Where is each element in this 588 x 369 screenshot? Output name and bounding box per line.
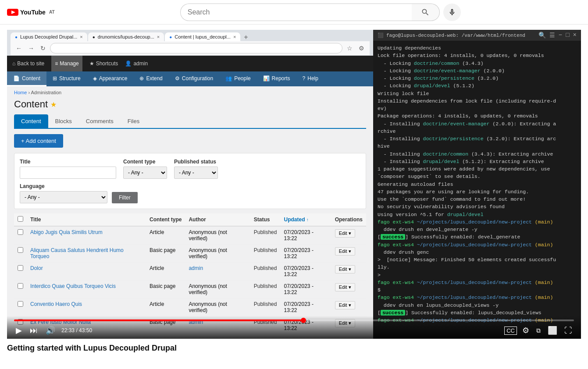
- row-content-type-cell: Basic page: [146, 280, 185, 298]
- miniplayer-button[interactable]: ⧉: [535, 326, 542, 335]
- mic-button[interactable]: [443, 4, 461, 21]
- search-container: [180, 4, 461, 21]
- row-checkbox-4[interactable]: [18, 301, 23, 307]
- row-edit-button-0[interactable]: Edit ▾: [335, 229, 355, 238]
- settings-button[interactable]: ⚙: [520, 325, 531, 336]
- drupal-nav-shortcuts[interactable]: ★ Shortcuts: [89, 60, 118, 67]
- bookmark-button[interactable]: ☆: [345, 44, 354, 53]
- drupal-nav-reports[interactable]: 📊 Reports: [257, 71, 296, 86]
- drupal-nav-admin[interactable]: 👤 admin: [125, 60, 148, 67]
- browser-tab-0[interactable]: ● Lupus Decoupled Drupal... ×: [11, 32, 87, 41]
- drupal-nav-people[interactable]: 👥 People: [219, 71, 257, 86]
- progress-bar[interactable]: [14, 319, 574, 321]
- sort-arrow-icon: ↑: [306, 217, 309, 222]
- row-checkbox-cell: [14, 263, 27, 280]
- address-bar[interactable]: lupus-decoupled.ddev.site/admin/content: [50, 43, 342, 53]
- row-title-link-0[interactable]: Abigo Jugis Quia Similis Utrum: [30, 229, 103, 235]
- terminal-text: drupal/devel: [447, 212, 484, 217]
- row-checkbox-2[interactable]: [18, 265, 23, 271]
- row-title-link-2[interactable]: Dolor: [30, 265, 43, 271]
- search-input[interactable]: [180, 4, 412, 21]
- published-status-filter-select[interactable]: - Any -: [174, 167, 218, 179]
- add-content-button[interactable]: + Add content: [14, 134, 63, 148]
- config-icon: ⚙: [175, 75, 180, 82]
- theater-button[interactable]: ⬜: [546, 325, 559, 336]
- new-tab-button[interactable]: +: [241, 33, 250, 41]
- select-all-checkbox[interactable]: [18, 216, 23, 222]
- language-filter-select[interactable]: - Any -: [20, 191, 107, 203]
- terminal-line: Using version ^5.1 for drupal/devel: [378, 211, 577, 218]
- fullscreen-button[interactable]: ⛶: [563, 325, 574, 336]
- shortcuts-label: Shortcuts: [96, 60, 118, 67]
- search-button[interactable]: [412, 4, 440, 21]
- title-filter-input[interactable]: [20, 167, 116, 179]
- drupal-nav-content[interactable]: 📄 Content: [7, 71, 46, 86]
- row-checkbox-3[interactable]: [18, 283, 23, 289]
- play-button[interactable]: ▶: [14, 325, 24, 336]
- table-header-content-type[interactable]: Content type: [146, 213, 185, 226]
- drupal-nav-help[interactable]: ? Help: [296, 71, 324, 86]
- next-button[interactable]: ⏭: [28, 325, 39, 336]
- table-header-checkbox: [14, 213, 27, 226]
- extensions-button[interactable]: ⚙: [357, 44, 366, 53]
- terminal-text: ~/projects/lupus_decoupled/new-project: [417, 242, 532, 248]
- row-edit-button-1[interactable]: Edit ▾: [335, 247, 355, 255]
- author-link[interactable]: admin: [189, 265, 203, 271]
- row-title-link-1[interactable]: Aliquam Causa Salutus Hendrerit Humo Tor…: [30, 247, 124, 259]
- row-edit-button-3[interactable]: Edit ▾: [335, 283, 355, 291]
- tab-close-0[interactable]: ×: [80, 34, 82, 39]
- tab-blocks[interactable]: Blocks: [48, 114, 79, 128]
- terminal-text: : Extracting a: [514, 121, 556, 127]
- table-header-updated[interactable]: Updated ↑: [280, 213, 331, 226]
- terminal-maximize-button[interactable]: □: [566, 32, 569, 39]
- content-type-filter-select[interactable]: - Any -: [123, 167, 167, 179]
- row-title-link-3[interactable]: Interdico Quae Quibus Torqueo Vicis: [30, 283, 116, 289]
- drupal-nav-structure[interactable]: ⊞ Structure: [46, 71, 87, 86]
- tab-files[interactable]: Files: [121, 114, 146, 128]
- subtitles-button[interactable]: CC: [504, 326, 517, 335]
- tab-content[interactable]: Content: [14, 114, 48, 128]
- time-display: 22:33 / 43:50: [61, 327, 92, 334]
- row-checkbox-1[interactable]: [18, 247, 23, 253]
- row-updated-cell: 07/20/2023 - 13:22: [280, 263, 331, 280]
- terminal-minimize-button[interactable]: −: [559, 32, 562, 39]
- row-checkbox-0[interactable]: [18, 229, 23, 235]
- filter-button[interactable]: Filter: [112, 192, 138, 203]
- row-title-link-4[interactable]: Conventio Haero Quis: [30, 301, 82, 307]
- terminal-menu-button[interactable]: ☰: [549, 32, 555, 39]
- tab-close-2[interactable]: ×: [233, 34, 236, 39]
- logo-area: YouTube AT: [7, 8, 55, 17]
- terminal-close-button[interactable]: ×: [573, 32, 577, 39]
- row-updated-cell: 07/20/2023 - 13:22: [280, 226, 331, 245]
- tab-label-0: Lupus Decoupled Drupal...: [20, 34, 77, 39]
- terminal-titlebar: ⬛ fago@lupus-decoupled-web: /var/www/htm…: [373, 30, 581, 41]
- tab-comments[interactable]: Comments: [79, 114, 121, 128]
- terminal-search-button[interactable]: 🔍: [538, 32, 546, 39]
- back-button[interactable]: ←: [14, 44, 24, 53]
- tab-close-1[interactable]: ×: [157, 34, 160, 39]
- video-player[interactable]: ● Lupus Decoupled Drupal... × ● drunomic…: [7, 30, 581, 339]
- drupal-nav-extend[interactable]: ⊕ Extend: [133, 71, 168, 86]
- row-title-cell: Interdico Quae Quibus Torqueo Vicis: [27, 280, 146, 298]
- row-edit-button-2[interactable]: Edit ▾: [335, 265, 355, 273]
- browser-tab-2[interactable]: ● Content | lupus_decoupl... ×: [165, 32, 240, 41]
- drupal-nav-appearance[interactable]: ◈ Appearance: [87, 71, 134, 86]
- drupal-nav-configuration[interactable]: ⚙ Configuration: [169, 71, 219, 86]
- terminal-line: Package operations: 4 installs, 0 update…: [378, 112, 577, 120]
- browser-tab-1[interactable]: ● drunomics/lupus-decoup... ×: [88, 32, 164, 41]
- table-header-author[interactable]: Author: [185, 213, 250, 226]
- table-header-operations[interactable]: Operations: [331, 213, 366, 226]
- drupal-nav-back-to-site[interactable]: ⌂ Back to site: [12, 60, 44, 67]
- table-header-title[interactable]: Title: [27, 213, 146, 226]
- row-edit-button-4[interactable]: Edit ▾: [335, 301, 355, 309]
- terminal-text: - Locking: [378, 83, 414, 89]
- volume-button[interactable]: 🔊: [44, 325, 57, 336]
- favorite-star-icon[interactable]: ★: [50, 100, 57, 109]
- reload-button[interactable]: ↻: [39, 44, 47, 53]
- drupal-nav-manage[interactable]: ≡ Manage: [51, 56, 82, 71]
- terminal-text: doctrine/common: [423, 151, 469, 157]
- breadcrumb-home[interactable]: Home: [14, 90, 27, 95]
- terminal-line: [success] Successfully enabled: devel_ge…: [378, 233, 577, 241]
- table-header-status[interactable]: Status: [250, 213, 281, 226]
- forward-button[interactable]: →: [26, 44, 36, 53]
